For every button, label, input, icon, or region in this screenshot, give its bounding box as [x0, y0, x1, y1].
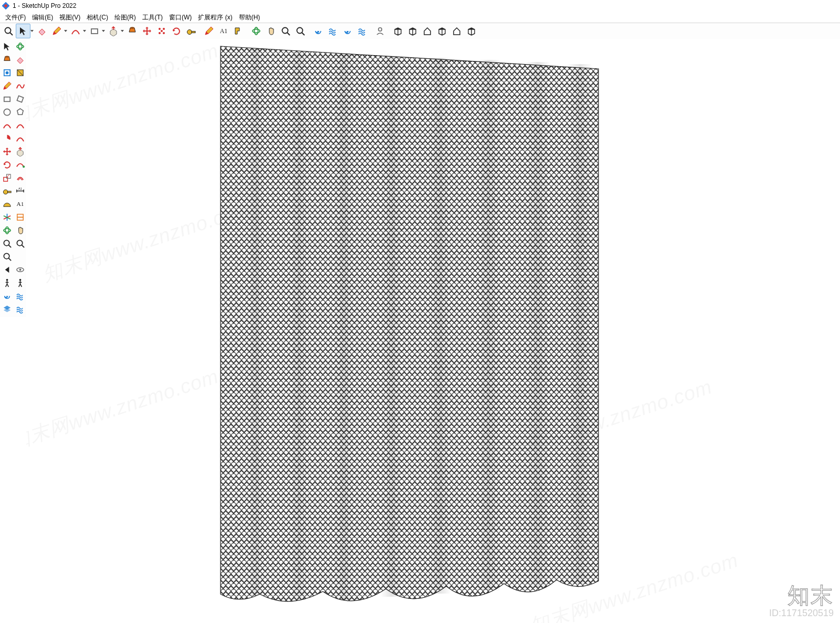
- arc-icon[interactable]: [68, 24, 83, 38]
- axes-icon[interactable]: [1, 211, 14, 224]
- svg-point-10: [161, 30, 163, 32]
- zoomwin-icon[interactable]: [14, 237, 27, 250]
- eraser2-icon[interactable]: [14, 53, 27, 66]
- menu-item-5[interactable]: 工具(T): [139, 13, 166, 23]
- menubar: 文件(F)编辑(E)视图(V)相机(C)绘图(R)工具(T)窗口(W)扩展程序 …: [0, 12, 840, 23]
- user-icon[interactable]: [373, 24, 387, 38]
- spiral-blue-icon[interactable]: [311, 24, 326, 38]
- box1-icon[interactable]: [391, 24, 405, 38]
- svg-rect-35: [7, 191, 11, 193]
- arc3-icon[interactable]: [14, 119, 27, 132]
- rotate2-icon[interactable]: [1, 158, 14, 171]
- menu-item-2[interactable]: 视图(V): [56, 13, 83, 23]
- menu-item-3[interactable]: 相机(C): [83, 13, 111, 23]
- menu-item-0[interactable]: 文件(F): [2, 13, 29, 23]
- offset-icon[interactable]: [14, 171, 27, 184]
- menu-item-8[interactable]: 帮助(H): [236, 13, 264, 23]
- svg-point-44: [5, 227, 9, 234]
- zoom2-icon[interactable]: [278, 24, 293, 38]
- select2-icon[interactable]: [1, 40, 14, 53]
- select-icon[interactable]: [16, 24, 30, 38]
- rect2-icon[interactable]: [1, 92, 14, 106]
- left-tool-row: [1, 119, 27, 132]
- dim-icon[interactable]: A1: [14, 184, 27, 198]
- viewport-3d[interactable]: 知末网www.znzmo.com 知末网www.znzmo.com 知末网www…: [26, 39, 840, 623]
- house2-icon[interactable]: [449, 24, 464, 38]
- pan-icon[interactable]: [264, 24, 278, 38]
- svg-point-21: [17, 45, 24, 48]
- app-logo-icon: [2, 2, 9, 9]
- menu-item-4[interactable]: 绘图(R): [111, 13, 139, 23]
- box2-icon[interactable]: [405, 24, 420, 38]
- eraser-icon[interactable]: [35, 24, 49, 38]
- pushpull2-icon[interactable]: [14, 145, 27, 158]
- bucket2-icon[interactable]: [1, 53, 14, 66]
- scale-icon[interactable]: [1, 171, 14, 184]
- spiral3-icon[interactable]: [1, 289, 14, 303]
- pushpull-icon[interactable]: [106, 24, 121, 38]
- box3-icon[interactable]: [435, 24, 449, 38]
- move-icon[interactable]: [140, 24, 154, 38]
- house1-icon[interactable]: [420, 24, 435, 38]
- left-tool-row: A1: [1, 198, 27, 211]
- rect-icon[interactable]: [87, 24, 102, 38]
- walk2-icon[interactable]: [14, 276, 27, 289]
- spiral2-icon[interactable]: [340, 24, 355, 38]
- waves2-icon[interactable]: [355, 24, 370, 38]
- orbit3-icon[interactable]: [1, 224, 14, 237]
- scatter-icon[interactable]: [154, 24, 169, 38]
- move2-icon[interactable]: [1, 145, 14, 158]
- waves4-icon[interactable]: [14, 303, 27, 316]
- freehand-icon[interactable]: [14, 79, 27, 92]
- paint-icon[interactable]: [231, 24, 246, 38]
- walk-icon[interactable]: [1, 276, 14, 289]
- box4-icon[interactable]: [464, 24, 479, 38]
- prev-icon[interactable]: [1, 263, 14, 276]
- svg-line-19: [302, 33, 304, 35]
- component-icon[interactable]: [1, 66, 14, 79]
- pencil-icon[interactable]: [49, 24, 64, 38]
- zoomext2-icon[interactable]: [1, 250, 14, 263]
- pan2-icon[interactable]: [14, 224, 27, 237]
- zoom3-icon[interactable]: [1, 237, 14, 250]
- waves-blue-icon[interactable]: [326, 24, 340, 38]
- waves3-icon[interactable]: [14, 289, 27, 303]
- pencil2-icon[interactable]: [202, 24, 216, 38]
- rotrect-icon[interactable]: [14, 92, 27, 106]
- svg-point-14: [253, 29, 260, 33]
- rotate-icon[interactable]: [169, 24, 184, 38]
- orbit-icon[interactable]: [249, 24, 264, 38]
- toolbar-top: A1: [0, 23, 840, 39]
- material-icon[interactable]: [14, 66, 27, 79]
- pie-icon[interactable]: [1, 132, 14, 145]
- zoom-icon[interactable]: [1, 24, 16, 38]
- bucket-icon[interactable]: [125, 24, 140, 38]
- svg-point-34: [3, 190, 8, 194]
- orbit2-icon[interactable]: [14, 40, 27, 53]
- left-tool-row: [1, 79, 27, 92]
- svg-point-20: [379, 28, 382, 31]
- arc4-icon[interactable]: [14, 132, 27, 145]
- layers-icon[interactable]: [1, 303, 14, 316]
- text-icon[interactable]: A1: [216, 24, 231, 38]
- zoomext-icon[interactable]: [293, 24, 308, 38]
- menu-item-7[interactable]: 扩展程序 (x): [195, 13, 235, 23]
- tape-icon[interactable]: [184, 24, 198, 38]
- look-icon[interactable]: [14, 263, 27, 276]
- svg-point-25: [6, 71, 9, 75]
- left-tool-row: [1, 53, 27, 66]
- followme-icon[interactable]: [14, 158, 27, 171]
- left-tool-row: [1, 106, 27, 119]
- menu-item-1[interactable]: 编辑(E): [29, 13, 56, 23]
- pencil3-icon[interactable]: [1, 79, 14, 92]
- circle-icon[interactable]: [1, 106, 14, 119]
- protractor-icon[interactable]: [1, 198, 14, 211]
- section-icon[interactable]: [14, 211, 27, 224]
- arc2-icon[interactable]: [1, 119, 14, 132]
- text2-icon[interactable]: A1: [14, 198, 27, 211]
- svg-point-52: [19, 269, 22, 271]
- tape2-icon[interactable]: [1, 184, 14, 198]
- menu-item-6[interactable]: 窗口(W): [166, 13, 195, 23]
- left-tool-row: [1, 132, 27, 145]
- polygon-icon[interactable]: [14, 106, 27, 119]
